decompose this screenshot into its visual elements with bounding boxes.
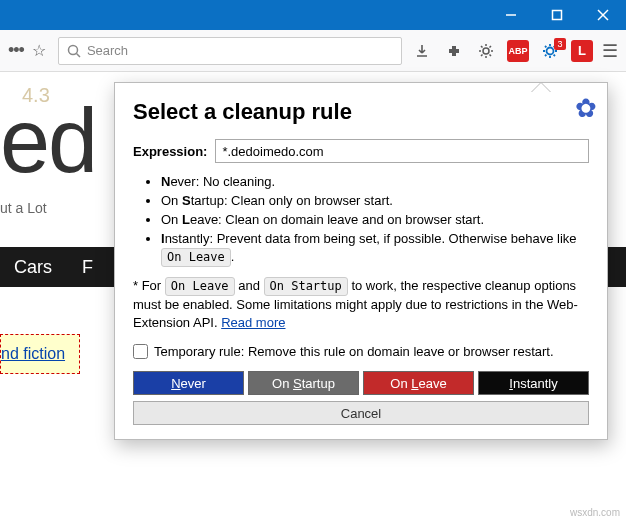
svg-line-5 — [76, 53, 80, 57]
expression-label: Expression: — [133, 144, 207, 159]
abp-extension-icon[interactable]: ABP — [506, 40, 530, 62]
temporary-rule-row: Temporary rule: Remove this rule on doma… — [133, 344, 589, 359]
svg-point-6 — [483, 48, 489, 54]
search-placeholder: Search — [87, 43, 128, 58]
instantly-button[interactable]: Instantly — [478, 371, 589, 395]
page-actions-menu[interactable]: ••• — [8, 40, 24, 61]
on-leave-button[interactable]: On Leave — [363, 371, 474, 395]
bookmark-star-icon[interactable]: ☆ — [32, 41, 46, 60]
highlighted-link-fragment[interactable]: nd fiction — [0, 334, 80, 374]
page-subtitle-fragment: ut a Lot — [0, 200, 47, 216]
footnote: * For On Leave and On Startup to work, t… — [133, 277, 589, 332]
cleanup-rule-popup: ✿ Select a cleanup rule Expression: Neve… — [114, 82, 608, 440]
flower-icon: ✿ — [575, 93, 597, 124]
nav-tab-partial[interactable]: F — [82, 257, 93, 278]
close-icon — [597, 9, 609, 21]
minimize-icon — [505, 9, 517, 21]
search-icon — [67, 44, 81, 58]
window-close-button[interactable] — [580, 0, 626, 30]
rule-never-desc: Never: No cleaning. — [161, 173, 589, 192]
expression-row: Expression: — [133, 139, 589, 163]
watermark: wsxdn.com — [570, 507, 620, 518]
maximize-icon — [551, 9, 563, 21]
popup-title: Select a cleanup rule — [133, 99, 589, 125]
svg-rect-1 — [553, 11, 562, 20]
nav-tab-cars[interactable]: Cars — [14, 257, 52, 278]
window-titlebar — [0, 0, 626, 30]
svg-point-7 — [547, 47, 554, 54]
rule-buttons-row: Never On Startup On Leave Instantly — [133, 371, 589, 395]
search-input[interactable]: Search — [58, 37, 402, 65]
extension-badge: 3 — [554, 38, 566, 50]
rule-instantly-desc: Instantly: Prevent data from being set, … — [161, 230, 589, 268]
never-button[interactable]: Never — [133, 371, 244, 395]
temporary-rule-label: Temporary rule: Remove this rule on doma… — [154, 344, 554, 359]
extensions-icon[interactable] — [442, 43, 466, 59]
settings-gear-icon[interactable] — [474, 43, 498, 59]
rule-descriptions-list: Never: No cleaning. On Startup: Clean on… — [161, 173, 589, 267]
browser-toolbar: ••• ☆ Search ABP 3 L ☰ — [0, 30, 626, 72]
main-menu-button[interactable]: ☰ — [602, 40, 618, 62]
on-startup-button[interactable]: On Startup — [248, 371, 359, 395]
window-minimize-button[interactable] — [488, 0, 534, 30]
temporary-rule-checkbox[interactable] — [133, 344, 148, 359]
cancel-button[interactable]: Cancel — [133, 401, 589, 425]
rule-startup-desc: On Startup: Clean only on browser start. — [161, 192, 589, 211]
svg-point-4 — [68, 45, 77, 54]
downloads-icon[interactable] — [410, 43, 434, 59]
read-more-link[interactable]: Read more — [221, 315, 285, 330]
page-heading-fragment: ed — [0, 90, 96, 193]
window-maximize-button[interactable] — [534, 0, 580, 30]
rule-leave-desc: On Leave: Clean on domain leave and on b… — [161, 211, 589, 230]
lastpass-extension-icon[interactable]: L — [570, 40, 594, 62]
expression-input[interactable] — [215, 139, 589, 163]
forget-me-not-extension-icon[interactable]: 3 — [538, 42, 562, 60]
